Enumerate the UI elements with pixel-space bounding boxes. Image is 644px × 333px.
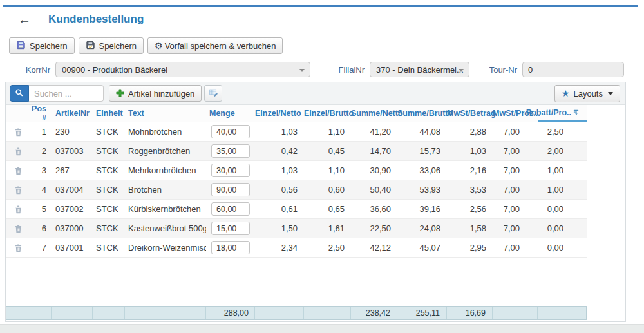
column-summe-brutto[interactable]: Summe/Brutto xyxy=(397,109,447,118)
totals-cell-einheit xyxy=(93,307,125,319)
row-artikelnr: 037004 xyxy=(52,185,93,195)
row-text: Brötchen xyxy=(125,185,206,195)
filialnr-select[interactable]: 370 - Dein Bäckermei... xyxy=(370,62,469,77)
save-alt-button-label: Speichern xyxy=(99,41,137,51)
menge-input[interactable] xyxy=(211,222,250,235)
row-mwst-proz: 7,00 xyxy=(493,224,538,233)
menge-input[interactable] xyxy=(211,164,250,177)
add-article-button[interactable]: Artikel hinzufügen xyxy=(109,85,202,102)
title-row: ← Kundenbestellung xyxy=(5,7,626,32)
row-summe-brutto: 53,93 xyxy=(397,185,447,195)
menge-input[interactable] xyxy=(211,183,250,196)
menge-input[interactable] xyxy=(211,125,250,138)
delete-row-button[interactable] xyxy=(14,205,23,214)
layouts-label: Layouts xyxy=(573,89,603,99)
action-buttons-row: Speichern Speichern ⚙ Vorfall speichern … xyxy=(5,32,626,57)
save-button[interactable]: Speichern xyxy=(9,37,75,54)
row-pos: 1 xyxy=(30,127,52,137)
row-summe-brutto: 15,73 xyxy=(397,146,447,156)
column-einheit[interactable]: Einheit xyxy=(93,109,125,118)
search-button[interactable] xyxy=(10,85,29,102)
save-check-floppy-icon xyxy=(86,41,95,51)
row-einzel-brutto: 1,10 xyxy=(304,127,351,137)
row-menge-cell xyxy=(206,241,255,254)
row-artikelnr: 230 xyxy=(52,127,93,137)
menge-input[interactable] xyxy=(211,241,250,254)
row-mwst-betrag: 2,56 xyxy=(447,204,493,214)
menge-input[interactable] xyxy=(211,202,250,216)
table-empty-area xyxy=(6,258,625,306)
row-rabatt: 2,00 xyxy=(538,146,587,156)
column-einzel-netto[interactable]: Einzel/Netto xyxy=(255,109,304,118)
totals-cell-artikelnr xyxy=(52,307,93,319)
gears-icon: ⚙ xyxy=(155,41,161,50)
row-mwst-betrag: 1,58 xyxy=(447,224,493,233)
trash-icon xyxy=(14,245,23,254)
table-row: 3 267 STCK Mehrkornbrötchen 1,03 1,10 30… xyxy=(6,161,587,180)
delete-row-button[interactable] xyxy=(14,243,23,252)
totals-row: 288,00 238,42 255,11 16,69 xyxy=(6,306,587,320)
totals-cell-text xyxy=(125,307,206,319)
table-row: 2 037003 STCK Roggenbrötchen 0,42 0,45 1… xyxy=(6,142,587,161)
delete-row-button[interactable] xyxy=(14,224,23,233)
korrnr-select[interactable]: 00900 - Produktion Bäckerei xyxy=(55,62,310,77)
trash-icon xyxy=(14,206,23,216)
chevron-down-icon xyxy=(299,69,305,72)
row-mwst-betrag: 3,53 xyxy=(447,185,493,195)
row-artikelnr: 037002 xyxy=(52,204,93,214)
layouts-button[interactable]: ★ Layouts xyxy=(554,85,620,102)
column-artikelnr[interactable]: ArtikelNr xyxy=(52,109,93,118)
row-summe-brutto: 39,16 xyxy=(397,204,447,214)
delete-row-button[interactable] xyxy=(14,166,23,175)
row-menge-cell xyxy=(206,144,255,158)
delete-row-button[interactable] xyxy=(14,186,23,195)
row-pos: 2 xyxy=(30,146,52,156)
edit-grid-button[interactable] xyxy=(204,85,222,102)
row-einheit: STCK xyxy=(93,204,125,214)
row-artikelnr: 037003 xyxy=(52,146,93,156)
column-summe-netto[interactable]: Summe/Netto xyxy=(351,109,397,118)
delete-row-button[interactable] xyxy=(14,147,23,156)
column-menge[interactable]: Menge xyxy=(206,109,255,118)
row-pos: 7 xyxy=(30,243,52,252)
column-text[interactable]: Text xyxy=(125,109,206,118)
kundenbestellung-page: ← Kundenbestellung Speichern Speichern ⚙… xyxy=(0,0,644,333)
save-and-book-label: Vorfall speichern & verbuchen xyxy=(165,41,276,51)
table-header-row: Pos # ArtikelNr Einheit Text Menge Einze… xyxy=(6,105,587,122)
column-pos[interactable]: Pos # xyxy=(30,104,52,122)
row-einzel-brutto: 0,60 xyxy=(304,185,351,195)
row-einheit: STCK xyxy=(93,185,125,195)
order-items-table: Pos # ArtikelNr Einheit Text Menge Einze… xyxy=(6,105,587,258)
table-edit-icon xyxy=(209,88,218,99)
totals-menge: 288,00 xyxy=(206,307,255,319)
row-menge-cell xyxy=(206,164,255,177)
row-summe-netto: 50,40 xyxy=(351,185,397,195)
tournr-input[interactable] xyxy=(522,62,624,77)
totals-cell-einzel-netto xyxy=(255,307,304,319)
row-artikelnr: 037000 xyxy=(52,224,93,233)
save-button-label: Speichern xyxy=(30,41,68,51)
column-rabatt-label: Rabatt/Pro.. xyxy=(526,108,571,117)
star-icon: ★ xyxy=(562,88,570,99)
delete-row-button[interactable] xyxy=(14,128,23,137)
main-content: ← Kundenbestellung Speichern Speichern ⚙… xyxy=(5,7,626,322)
trash-icon xyxy=(14,167,23,177)
back-arrow-icon[interactable]: ← xyxy=(18,13,31,26)
column-einzel-brutto[interactable]: Einzel/Brutto xyxy=(304,109,351,118)
row-delete-cell xyxy=(6,243,30,252)
menge-input[interactable] xyxy=(211,144,250,158)
row-text: Kastenweißbrot 500g xyxy=(125,224,206,233)
row-summe-brutto: 24,08 xyxy=(397,224,447,233)
column-mwst-betrag[interactable]: MwSt/Betrag xyxy=(447,109,493,118)
save-and-book-button[interactable]: ⚙ Vorfall speichern & verbuchen xyxy=(147,37,283,54)
row-mwst-betrag: 1,03 xyxy=(447,146,493,156)
search-input[interactable] xyxy=(29,85,104,102)
row-einheit: STCK xyxy=(93,166,125,175)
row-rabatt: 0,00 xyxy=(538,224,587,233)
row-text: Mehrkornbrötchen xyxy=(125,166,206,175)
row-delete-cell xyxy=(6,224,30,233)
column-rabatt-sorted[interactable]: Rabatt/Pro.. xyxy=(538,106,587,122)
save-alt-button[interactable]: Speichern xyxy=(79,37,144,54)
row-summe-netto: 22,50 xyxy=(351,224,397,233)
row-text: Dreikorn-Weizenmisch... xyxy=(125,243,206,252)
